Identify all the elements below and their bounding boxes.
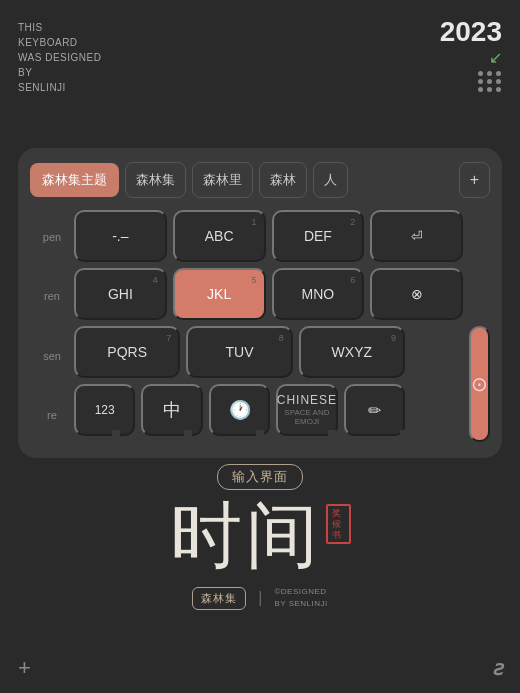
bottom-bar: + ƨ	[0, 655, 520, 681]
side-label-ren: ren	[30, 270, 74, 322]
key-abc[interactable]: 1 ABC	[173, 210, 266, 262]
side-label-pen: pen	[30, 211, 74, 263]
keyboard-container: 森林集主题 森林集 森林里 森林 人 + pen ren sen re -.– …	[18, 148, 502, 458]
key-delete[interactable]: ⊗	[370, 268, 463, 320]
top-right: 2023 ↙	[440, 18, 502, 92]
main-keys: -.– 1 ABC 2 DEF ⏎ 4 GHI	[74, 210, 463, 442]
theme-btn-3[interactable]: 森林里	[192, 162, 253, 198]
key-row-3: 7 PQRS 8 TUV 9 WXYZ	[74, 326, 463, 378]
key-row-1: -.– 1 ABC 2 DEF ⏎	[74, 210, 463, 262]
right-column: ⊙	[469, 210, 490, 442]
year-label: 2023	[440, 16, 502, 47]
spacer-2	[411, 384, 463, 436]
theme-btn-5[interactable]: 人	[313, 162, 348, 198]
key-punctuation[interactable]: -.–	[74, 210, 167, 262]
stamp-badge: 奖 候 书	[326, 504, 351, 544]
key-pencil[interactable]: ✏	[344, 384, 405, 436]
key-chinese-input[interactable]: 中	[141, 384, 202, 436]
grid-dots-icon	[440, 71, 502, 92]
footer-divider: |	[258, 589, 262, 607]
key-enter[interactable]: ⏎	[370, 210, 463, 262]
key-def[interactable]: 2 DEF	[272, 210, 365, 262]
side-label-sen: sen	[30, 330, 74, 382]
bottom-plus-button[interactable]: +	[18, 655, 31, 681]
spacer	[411, 326, 463, 378]
right-spacer-2	[469, 268, 490, 320]
side-label-re: re	[30, 389, 74, 441]
key-row-2: 4 GHI 5 JKL 6 MNO ⊗	[74, 268, 463, 320]
key-chinese-label[interactable]: CHINESE SPACE AND EMOJI	[276, 384, 337, 436]
key-pqrs[interactable]: 7 PQRS	[74, 326, 180, 378]
arrow-icon: ↙	[440, 48, 502, 67]
chinese-main-chars: 时间 奖 候 书	[170, 500, 351, 572]
theme-btn-4[interactable]: 森林	[259, 162, 307, 198]
key-clock[interactable]: 🕐	[209, 384, 270, 436]
footer-credit: ©DESIGNED BY SENLINJI	[274, 586, 327, 610]
input-badge: 输入界面	[217, 464, 303, 490]
theme-plus-button[interactable]: +	[459, 162, 490, 198]
footer-logo: 森林集	[192, 587, 246, 610]
right-spacer-1	[469, 210, 490, 262]
key-ghi[interactable]: 4 GHI	[74, 268, 167, 320]
theme-btn-1[interactable]: 森林集主题	[30, 163, 119, 197]
key-tuv[interactable]: 8 TUV	[186, 326, 292, 378]
key-row-4: 123 中 🕐 CHINESE SPACE AND EMOJI ✏	[74, 384, 463, 436]
top-left-text: THIS KEYBOARD WAS DESIGNED BY SENLINJI	[18, 20, 101, 95]
theme-row: 森林集主题 森林集 森林里 森林 人 +	[30, 162, 490, 198]
key-tall-salmon[interactable]: ⊙	[469, 326, 490, 442]
theme-btn-2[interactable]: 森林集	[125, 162, 186, 198]
key-123[interactable]: 123	[74, 384, 135, 436]
footer-row: 森林集 | ©DESIGNED BY SENLINJI	[192, 586, 328, 610]
key-jkl[interactable]: 5 JKL	[173, 268, 266, 320]
bottom-s-logo[interactable]: ƨ	[492, 656, 502, 680]
key-wxyz[interactable]: 9 WXYZ	[299, 326, 405, 378]
side-labels: pen ren sen re	[30, 210, 74, 442]
key-mno[interactable]: 6 MNO	[272, 268, 365, 320]
